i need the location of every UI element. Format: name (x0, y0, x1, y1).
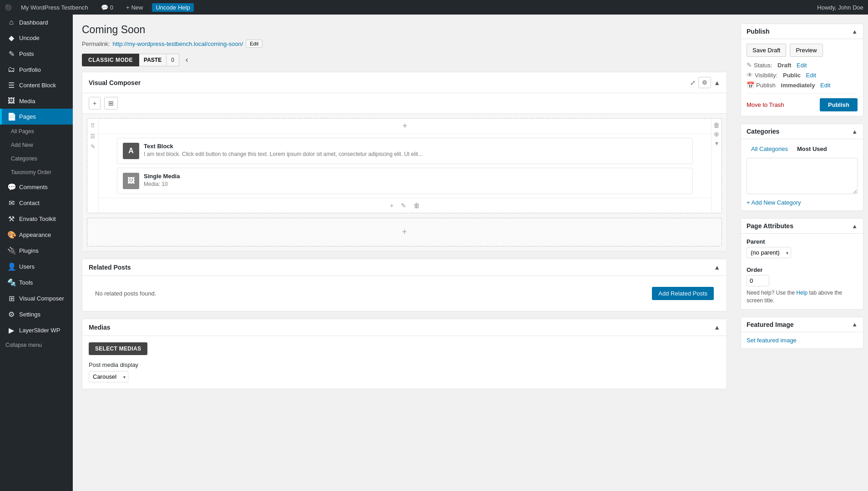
vc-row-chevron-down-button[interactable]: ▾ (715, 140, 718, 147)
vc-row-add-button-bottom[interactable]: + (388, 201, 395, 210)
publish-footer: Move to Trash Publish (747, 93, 858, 111)
vc-row-copy-button[interactable]: ⊕ (714, 130, 719, 138)
medias-header[interactable]: Medias ▲ (82, 319, 727, 336)
categories-textarea[interactable] (747, 158, 858, 194)
categories-panel-collapse-button[interactable]: ▲ (852, 128, 858, 135)
visual-composer-panel-header[interactable]: Visual Composer ⤢ ⚙ ▲ (82, 72, 727, 93)
vc-text-block-description: I am text block. Click edit button to ch… (144, 151, 687, 157)
page-title: Coming Soon (82, 24, 727, 36)
vc-grid-button[interactable]: ⊞ (104, 97, 118, 110)
sidebar-item-content-block[interactable]: ☰ Content Block (0, 77, 73, 93)
sidebar-item-visual-composer[interactable]: ⊞ Visual Composer (0, 291, 73, 306)
vc-collapse-button[interactable]: ▲ (714, 77, 720, 88)
page-attributes-header: Page Attributes ▲ (741, 219, 863, 234)
order-input[interactable] (747, 275, 769, 286)
vc-settings-button[interactable]: ⚙ (698, 77, 711, 88)
all-categories-tab[interactable]: All Categories (747, 144, 792, 154)
sidebar-item-posts[interactable]: ✎ Posts (0, 46, 73, 62)
vc-row-pencil-button[interactable]: ✎ (399, 201, 408, 210)
page-attributes-collapse-button[interactable]: ▲ (852, 223, 858, 230)
move-to-trash-link[interactable]: Move to Trash (747, 101, 784, 108)
preview-button[interactable]: Preview (790, 44, 823, 57)
adminbar-site-name[interactable]: My WordPress Testbench (17, 0, 92, 15)
sidebar-item-settings[interactable]: ⚙ Settings (0, 306, 73, 322)
vc-row-edit-button[interactable]: ✎ (90, 142, 96, 151)
help-tab-link[interactable]: Help (796, 290, 807, 296)
vc-row-list-button[interactable]: ☰ (89, 132, 96, 140)
add-new-category-link[interactable]: + Add New Category (747, 199, 801, 206)
sidebar-sub-categories[interactable]: Categories (0, 152, 73, 165)
vc-row-delete-button[interactable]: 🗑 (412, 201, 422, 210)
visibility-edit-link[interactable]: Edit (806, 72, 816, 79)
vc-row-top-bar: + (99, 119, 711, 134)
vc-row-right-delete-button[interactable]: 🗑 (713, 121, 720, 129)
sidebar-item-portfolio[interactable]: 🗂 Portfolio (0, 62, 73, 77)
media-display-select[interactable]: Carousel Slider Grid (89, 371, 128, 382)
most-used-tab[interactable]: Most Used (792, 144, 832, 154)
select-medias-button[interactable]: SELECT MEDIAS (89, 342, 147, 355)
related-posts-header[interactable]: Related Posts ▲ (82, 259, 727, 276)
vc-row-bottom-bar: + ✎ 🗑 (99, 198, 711, 213)
classic-mode-bar: CLASSIC MODE PASTE 0 ‹ (82, 53, 727, 66)
sidebar-item-pages[interactable]: 📄 Pages (0, 109, 73, 125)
sidebar-item-plugins[interactable]: 🔌 Plugins (0, 243, 73, 259)
sidebar-item-users[interactable]: 👤 Users (0, 259, 73, 275)
sidebar-item-comments[interactable]: 💬 Comments (0, 179, 73, 195)
publish-time-label: Publish (756, 82, 776, 89)
sidebar-item-contact[interactable]: ✉ Contact (0, 195, 73, 211)
adminbar-comments[interactable]: 💬 0 (97, 0, 117, 15)
vc-fullscreen-button[interactable]: ⤢ (690, 77, 696, 88)
related-posts-panel: Related Posts ▲ No related posts found. … (82, 259, 727, 311)
media-icon: 🖼 (7, 97, 15, 105)
adminbar-new[interactable]: + New (122, 0, 147, 15)
parent-select-wrap: (no parent) ▾ (747, 247, 791, 258)
sidebar-sub-add-new[interactable]: Add New (0, 138, 73, 152)
classic-mode-button[interactable]: CLASSIC MODE (82, 54, 139, 66)
permalink-edit-button[interactable]: Edit (246, 40, 262, 48)
publish-time-edit-link[interactable]: Edit (820, 82, 830, 89)
vc-empty-row-add-button[interactable]: + (402, 227, 407, 237)
adminbar-help-button[interactable]: Uncode Help (152, 3, 193, 12)
sidebar-item-uncode[interactable]: ◆ Uncode (0, 30, 73, 46)
sidebar-item-layerslider[interactable]: ▶ LayerSlider WP (0, 322, 73, 338)
featured-image-collapse-button[interactable]: ▲ (852, 321, 858, 328)
sidebar-sub-taxonomy-order[interactable]: Taxonomy Order (0, 165, 73, 179)
publish-panel-collapse-button[interactable]: ▲ (852, 28, 858, 35)
vc-row-drag-handle[interactable]: ⠿ (90, 121, 96, 130)
related-posts-title: Related Posts (89, 264, 131, 271)
save-draft-button[interactable]: Save Draft (747, 44, 786, 57)
visibility-value: Public (783, 72, 801, 79)
parent-select[interactable]: (no parent) (747, 247, 791, 258)
visual-composer-panel-title: Visual Composer (89, 79, 141, 86)
vc-single-media-block[interactable]: 🖼 Single Media Media: 10 (117, 168, 693, 194)
publish-button[interactable]: Publish (820, 98, 858, 111)
add-related-posts-button[interactable]: Add Related Posts (652, 287, 714, 300)
users-icon: 👤 (7, 262, 15, 271)
sidebar-item-appearance[interactable]: 🎨 Appearance (0, 227, 73, 243)
medias-body: SELECT MEDIAS Post media display Carouse… (82, 336, 727, 389)
comments-icon: 💬 (7, 183, 15, 191)
related-posts-collapse-button[interactable]: ▲ (714, 264, 720, 271)
vc-canvas: ⠿ ☰ ✎ + A (82, 114, 727, 251)
sidebar-item-envato-toolkit[interactable]: ⚒ Envato Toolkit (0, 211, 73, 227)
sidebar-item-media[interactable]: 🖼 Media (0, 93, 73, 109)
collapse-menu-button[interactable]: Collapse menu (0, 338, 73, 352)
set-featured-image-link[interactable]: Set featured image (747, 337, 797, 344)
featured-image-body: Set featured image (741, 332, 863, 348)
medias-collapse-button[interactable]: ▲ (714, 324, 720, 331)
sidebar-item-dashboard[interactable]: ⌂ Dashboard (0, 15, 73, 30)
wp-logo-icon[interactable]: ⚫ (5, 4, 12, 11)
vc-row-add-button-top[interactable]: + (403, 121, 408, 131)
status-edit-link[interactable]: Edit (797, 62, 807, 69)
vc-row-left-controls: ⠿ ☰ ✎ (87, 119, 99, 213)
paste-button[interactable]: PASTE (139, 54, 167, 66)
sidebar-sub-all-pages[interactable]: All Pages (0, 125, 73, 138)
vc-add-element-button[interactable]: + (89, 97, 101, 110)
category-tabs: All Categories Most Used (747, 144, 858, 154)
back-arrow-button[interactable]: ‹ (182, 53, 192, 66)
vc-empty-row[interactable]: + (87, 218, 722, 246)
posts-icon: ✎ (7, 50, 15, 58)
permalink-link[interactable]: http://my-wordpress-testbench.local/comi… (112, 40, 243, 47)
vc-text-block[interactable]: A Text Block I am text block. Click edit… (117, 138, 693, 164)
sidebar-item-tools[interactable]: 🔩 Tools (0, 275, 73, 291)
